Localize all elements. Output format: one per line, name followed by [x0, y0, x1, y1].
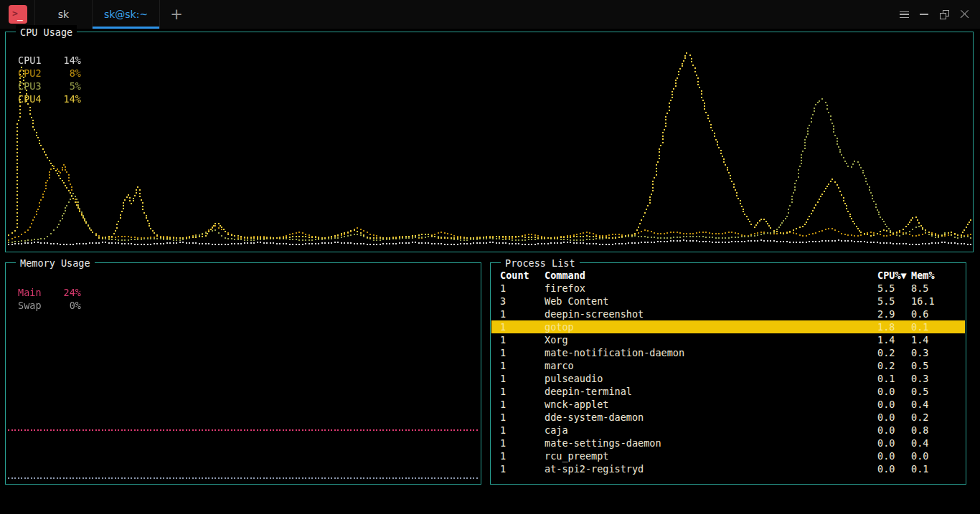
cell-cpu: 0.0	[877, 462, 911, 475]
cell-cpu: 2.9	[877, 308, 911, 320]
minimize-button[interactable]	[914, 4, 934, 24]
process-row[interactable]: 1firefox5.58.5	[491, 282, 965, 295]
cell-command: dde-system-daemon	[545, 411, 877, 424]
process-row[interactable]: 1mate-notification-daemon0.20.3	[491, 346, 965, 359]
cell-cpu: 0.2	[877, 346, 911, 359]
cell-count: 1	[500, 308, 545, 320]
cell-command: rcu_preempt	[545, 449, 877, 462]
cell-command: caja	[545, 424, 877, 437]
column-count[interactable]: Count	[500, 269, 545, 282]
process-row[interactable]: 1dde-system-daemon0.00.2	[491, 411, 965, 424]
cell-cpu: 1.8	[877, 320, 911, 333]
window-controls	[894, 0, 980, 29]
cell-count: 1	[500, 424, 545, 437]
cell-mem: 0.5	[911, 385, 962, 398]
cell-mem: 0.3	[911, 372, 962, 385]
column-command[interactable]: Command	[545, 269, 877, 282]
cpu-chart-canvas	[6, 33, 972, 251]
process-list-panel: Process List Count Command CPU%▼ Mem% 1f…	[490, 262, 966, 485]
cell-cpu: 0.2	[877, 359, 911, 372]
cell-command: pulseaudio	[545, 372, 877, 385]
cell-cpu: 0.0	[877, 398, 911, 411]
cell-mem: 16.1	[911, 295, 962, 308]
cell-mem: 8.5	[911, 282, 962, 295]
legend-entry: Swap0%	[18, 299, 81, 312]
cell-cpu: 0.0	[877, 437, 911, 449]
cell-count: 1	[500, 282, 545, 295]
process-row[interactable]: 1pulseaudio0.10.3	[491, 372, 965, 385]
cell-command: mate-notification-daemon	[545, 346, 877, 359]
cell-command: mate-settings-daemon	[545, 437, 877, 449]
cell-mem: 0.1	[911, 462, 962, 475]
cell-command: Web Content	[545, 295, 877, 308]
process-row[interactable]: 1wnck-applet0.00.4	[491, 398, 965, 411]
legend-entry: CPU28%	[18, 67, 81, 80]
column-mem[interactable]: Mem%	[911, 269, 962, 282]
legend-entry: CPU414%	[18, 92, 81, 105]
cell-count: 1	[500, 320, 545, 333]
cell-command: firefox	[545, 282, 877, 295]
cell-count: 3	[500, 295, 545, 308]
maximize-button[interactable]	[934, 4, 954, 24]
legend-entry: Main24%	[18, 286, 81, 299]
process-row[interactable]: 1caja0.00.8	[491, 424, 965, 437]
cell-command: deepin-screenshot	[545, 308, 877, 320]
cell-cpu: 0.0	[877, 449, 911, 462]
cell-command: deepin-terminal	[545, 385, 877, 398]
cell-cpu: 0.0	[877, 411, 911, 424]
cell-mem: 0.5	[911, 359, 962, 372]
cell-command: wnck-applet	[545, 398, 877, 411]
close-icon	[960, 10, 969, 19]
column-cpu-sort[interactable]: CPU%▼	[877, 269, 911, 282]
plus-icon: +	[170, 6, 183, 23]
cell-mem: 1.4	[911, 333, 962, 346]
cell-count: 1	[500, 359, 545, 372]
cpu-legend: CPU114%CPU28%CPU35%CPU414%	[18, 54, 81, 105]
cell-count: 1	[500, 411, 545, 424]
memory-legend: Main24%Swap0%	[18, 286, 81, 312]
terminal-app-icon: > _	[9, 5, 27, 24]
tab-label: sk	[58, 9, 69, 20]
process-row[interactable]: 1gotop1.80.1	[491, 320, 965, 333]
memory-usage-panel: Memory Usage Main24%Swap0%	[5, 262, 481, 485]
tab-sk[interactable]: sk	[34, 0, 92, 29]
process-row[interactable]: 1marco0.20.5	[491, 359, 965, 372]
process-row[interactable]: 1mate-settings-daemon0.00.4	[491, 437, 965, 449]
cell-command: at-spi2-registryd	[545, 462, 877, 475]
process-table: Count Command CPU%▼ Mem% 1firefox5.58.53…	[491, 264, 965, 483]
cell-command: Xorg	[545, 333, 877, 346]
new-tab-button[interactable]: +	[160, 0, 193, 29]
process-row[interactable]: 1deepin-terminal0.00.5	[491, 385, 965, 398]
cell-mem: 0.6	[911, 308, 962, 320]
process-row[interactable]: 1deepin-screenshot2.90.6	[491, 308, 965, 320]
cell-mem: 0.2	[911, 411, 962, 424]
cell-count: 1	[500, 385, 545, 398]
cell-mem: 0.3	[911, 346, 962, 359]
menu-button[interactable]	[894, 4, 914, 24]
tab-sk-at-sk[interactable]: sk@sk:~	[92, 0, 160, 29]
process-row[interactable]: 1Xorg1.41.4	[491, 333, 965, 346]
cell-mem: 0.4	[911, 437, 962, 449]
legend-entry: CPU114%	[18, 54, 81, 67]
cell-cpu: 0.1	[877, 372, 911, 385]
legend-entry: CPU35%	[18, 80, 81, 92]
cpu-usage-panel: CPU Usage CPU114%CPU28%CPU35%CPU414%	[5, 32, 974, 252]
cell-count: 1	[500, 449, 545, 462]
cell-count: 1	[500, 333, 545, 346]
process-row[interactable]: 3Web Content5.516.1	[491, 295, 965, 308]
cell-command: gotop	[545, 320, 877, 333]
titlebar: > _ sk sk@sk:~ +	[0, 0, 980, 29]
cell-mem: 0.0	[911, 449, 962, 462]
process-row[interactable]: 1rcu_preempt0.00.0	[491, 449, 965, 462]
cell-cpu: 5.5	[877, 282, 911, 295]
restore-icon	[940, 10, 949, 19]
close-button[interactable]	[954, 4, 974, 24]
minimize-icon	[920, 14, 928, 15]
cell-mem: 0.1	[911, 320, 962, 333]
process-table-header: Count Command CPU%▼ Mem%	[491, 269, 965, 282]
process-row[interactable]: 1at-spi2-registryd0.00.1	[491, 462, 965, 475]
cell-count: 1	[500, 398, 545, 411]
tab-label: sk@sk:~	[104, 9, 148, 20]
cell-count: 1	[500, 372, 545, 385]
cell-cpu: 5.5	[877, 295, 911, 308]
